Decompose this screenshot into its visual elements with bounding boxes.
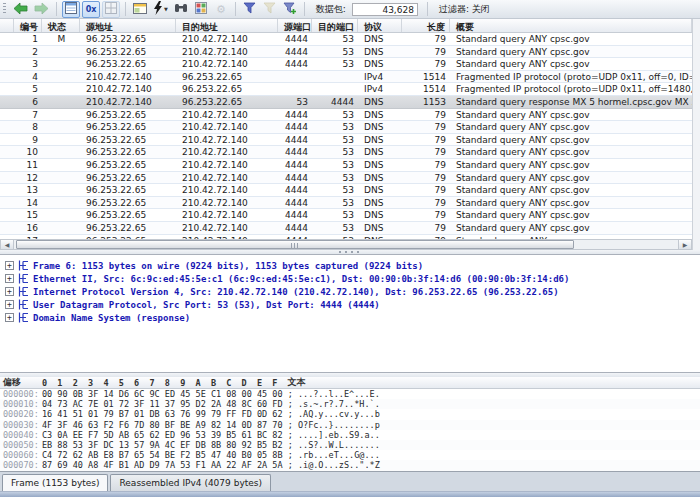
toolbar-grip[interactable] (3, 3, 6, 15)
vertical-scrollbar[interactable] (692, 19, 700, 250)
hex-row[interactable]: 000070:87 69 40 A8 4F B1 AD D9 7A 53 F1 … (0, 460, 700, 470)
tree-item[interactable]: +User Datagram Protocol, Src Port: 53 (5… (5, 298, 700, 311)
protocol-icon (18, 273, 29, 284)
cell-proto: DNS (358, 33, 402, 45)
cell-no: 15 (14, 209, 42, 221)
row-gutter (0, 121, 14, 133)
hex-ascii: .i@.O...zS..".*Z (298, 460, 380, 470)
column-header-source-port[interactable]: 源端口 (278, 19, 312, 32)
hex-text-header: 文本 (287, 376, 305, 389)
table-row[interactable]: 6210.42.72.14096.253.22.65534444DNS1153S… (0, 96, 692, 109)
cell-dst: 210.42.72.140 (176, 146, 278, 158)
panel-layout-button[interactable] (131, 1, 149, 18)
find-button[interactable] (172, 1, 190, 18)
cell-proto: DNS (358, 222, 402, 234)
column-header-destination[interactable]: 目的地址 (176, 19, 278, 32)
table-row[interactable]: 1M96.253.22.65210.42.72.140444453DNS79St… (0, 33, 692, 46)
toolbar-separator (56, 2, 57, 16)
table-row[interactable]: 896.253.22.65210.42.72.140444453DNS79Sta… (0, 121, 692, 134)
grid-view-button (102, 1, 120, 18)
table-row[interactable]: 1596.253.22.65210.42.72.140444453DNS79St… (0, 209, 692, 222)
coloring-rules-button[interactable] (192, 1, 210, 18)
table-row[interactable]: 1496.253.22.65210.42.72.140444453DNS79St… (0, 197, 692, 210)
table-row[interactable]: 1396.253.22.65210.42.72.140444453DNS79St… (0, 184, 692, 197)
hex-row[interactable]: 000000:00 90 0B 3F 14 D6 6C 9C ED 45 5E … (0, 389, 700, 399)
table-row[interactable]: 1696.253.22.65210.42.72.140444453DNS79St… (0, 222, 692, 235)
byte-view-tab-bar: Frame (1153 bytes)Reassembled IPv4 (4079… (0, 471, 700, 491)
column-header-dest-port[interactable]: 目的端口 (312, 19, 358, 32)
tree-item[interactable]: +Domain Name System (response) (5, 311, 700, 324)
scrollbar-thumb[interactable] (16, 240, 574, 249)
scroll-left-icon[interactable]: ◀ (1, 240, 14, 249)
table-row[interactable]: 1096.253.22.65210.42.72.140444453DNS79St… (0, 146, 692, 159)
hex-row[interactable]: 000020:16 41 51 01 79 B7 01 DB 63 76 99 … (0, 409, 700, 419)
column-header-status[interactable]: 状态 (42, 19, 80, 32)
cell-no: 11 (14, 159, 42, 171)
cell-summary: Standard query ANY cpsc.gov (450, 46, 692, 58)
cell-proto: DNS (358, 209, 402, 221)
hex-bytes: 00 90 0B 3F 14 D6 6C 9C ED 45 5E C1 08 0… (42, 389, 283, 399)
row-gutter (0, 159, 14, 171)
cell-proto: IPv4 (358, 83, 402, 95)
table-row[interactable]: 1196.253.22.65210.42.72.140444453DNS79St… (0, 159, 692, 172)
cell-sport (278, 71, 312, 83)
cell-src: 96.253.22.65 (80, 33, 176, 45)
hex-row[interactable]: 000050:EB 88 53 3F DC 13 57 9A 4C EF DB … (0, 440, 700, 450)
cell-len: 79 (402, 134, 450, 146)
hex-column-headers: 0 1 2 3 4 5 6 7 8 9 A B C D E F (42, 378, 277, 388)
cell-dst: 210.42.72.140 (176, 33, 278, 45)
filter-clear-button (261, 1, 279, 18)
expand-plus-icon[interactable]: + (5, 300, 14, 309)
toolbar-separator (125, 2, 126, 16)
cell-src: 96.253.22.65 (80, 197, 176, 209)
back-icon (13, 2, 28, 17)
cell-len: 1514 (402, 71, 450, 83)
expand-plus-icon[interactable]: + (5, 261, 14, 270)
tree-item[interactable]: +Ethernet II, Src: 6c:9c:ed:45:5e:c1 (6c… (5, 272, 700, 285)
horizontal-scrollbar[interactable]: ◀ ▶ (0, 239, 692, 250)
cell-sport: 4444 (278, 33, 312, 45)
column-header-summary[interactable]: 概要 (450, 19, 692, 32)
hex-row[interactable]: 000060:C4 72 62 AB E8 B7 65 54 BE F2 B5 … (0, 450, 700, 460)
cell-dport (312, 71, 358, 83)
hex-row[interactable]: 000010:04 73 AC 7E 01 72 3F 11 37 95 D2 … (0, 399, 700, 409)
grid-view-icon (105, 2, 117, 16)
tab-reassembled-ipv4[interactable]: Reassembled IPv4 (4079 bytes) (110, 474, 270, 492)
table-row[interactable]: 396.253.22.65210.42.72.140444453DNS79Sta… (0, 58, 692, 71)
hex-row[interactable]: 000040:C3 0A EE F7 5D AB 65 62 ED 96 53 … (0, 430, 700, 440)
hex-offset: 000070: (0, 460, 42, 470)
cell-proto: DNS (358, 121, 402, 133)
packet-list-view-button[interactable] (62, 1, 80, 18)
table-row[interactable]: 796.253.22.65210.42.72.140444453DNS79Sta… (0, 109, 692, 122)
tree-item[interactable]: +Frame 6: 1153 bytes on wire (9224 bits)… (5, 259, 700, 272)
filter-add-icon (283, 2, 297, 17)
cell-status (42, 209, 80, 221)
cell-src: 96.253.22.65 (80, 46, 176, 58)
column-header-number[interactable]: 编号 (14, 19, 42, 32)
cell-summary: Fragmented IP protocol (proto=UDP 0x11, … (450, 83, 692, 95)
column-header-source[interactable]: 源地址 (80, 19, 176, 32)
expand-plus-icon[interactable]: + (5, 274, 14, 283)
filter-button[interactable] (241, 1, 259, 18)
dropdown-icon[interactable]: ▼ (164, 6, 168, 12)
column-header-length[interactable]: 长度 (402, 19, 450, 32)
table-row[interactable]: 296.253.22.65210.42.72.140444453DNS79Sta… (0, 46, 692, 59)
table-row[interactable]: 996.253.22.65210.42.72.140444453DNS79Sta… (0, 134, 692, 147)
expand-plus-icon[interactable]: + (5, 287, 14, 296)
table-row[interactable]: 5210.42.72.14096.253.22.65IPv41514Fragme… (0, 83, 692, 96)
expand-plus-icon[interactable]: + (5, 313, 14, 322)
table-row[interactable]: 4210.42.72.14096.253.22.65IPv41514Fragme… (0, 71, 692, 84)
thumb-grip (291, 243, 300, 248)
capture-button[interactable]: ▼ (151, 1, 170, 18)
table-row[interactable]: 1296.253.22.65210.42.72.140444453DNS79St… (0, 172, 692, 185)
filter-add-button[interactable] (281, 1, 299, 18)
hex-view-button[interactable]: 0x (82, 1, 100, 18)
packet-table-header: 编号 状态 源地址 目的地址 源端口 目的端口 协议 长度 概要 (0, 19, 692, 33)
column-header-protocol[interactable]: 协议 (358, 19, 402, 32)
tree-item[interactable]: +Internet Protocol Version 4, Src: 210.4… (5, 285, 700, 298)
cell-summary: Standard query ANY cpsc.gov (450, 109, 692, 121)
back-button[interactable] (11, 1, 30, 18)
hex-row[interactable]: 000030:4F 3F 46 63 F2 F6 7D 80 BF BE A9 … (0, 420, 700, 430)
scroll-right-icon[interactable]: ▶ (678, 240, 691, 249)
protocol-icon (18, 299, 29, 310)
